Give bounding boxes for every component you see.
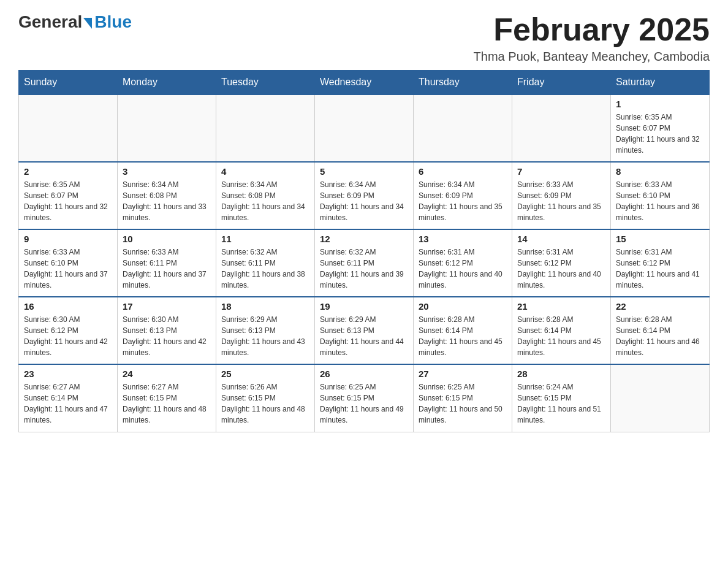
day-info: Sunrise: 6:35 AMSunset: 6:07 PMDaylight:…	[24, 179, 112, 223]
calendar-week-1: 1Sunrise: 6:35 AMSunset: 6:07 PMDaylight…	[19, 94, 710, 162]
day-number: 23	[24, 369, 112, 379]
calendar-header-row: SundayMondayTuesdayWednesdayThursdayFrid…	[19, 71, 710, 95]
sunset-text: Sunset: 6:13 PM	[320, 325, 408, 336]
calendar-cell	[19, 94, 118, 162]
daylight-text: Daylight: 11 hours and 44 minutes.	[320, 336, 408, 358]
daylight-text: Daylight: 11 hours and 45 minutes.	[517, 336, 605, 358]
calendar-cell	[315, 94, 414, 162]
sunrise-text: Sunrise: 6:28 AM	[419, 314, 507, 325]
day-info: Sunrise: 6:28 AMSunset: 6:14 PMDaylight:…	[517, 314, 605, 358]
day-info: Sunrise: 6:27 AMSunset: 6:15 PMDaylight:…	[123, 381, 211, 426]
daylight-text: Daylight: 11 hours and 42 minutes.	[24, 336, 112, 358]
day-info: Sunrise: 6:34 AMSunset: 6:08 PMDaylight:…	[123, 179, 211, 223]
calendar-cell: 11Sunrise: 6:32 AMSunset: 6:11 PMDayligh…	[216, 229, 315, 297]
daylight-text: Daylight: 11 hours and 50 minutes.	[419, 404, 507, 426]
sunrise-text: Sunrise: 6:27 AM	[123, 381, 211, 393]
calendar-cell: 12Sunrise: 6:32 AMSunset: 6:11 PMDayligh…	[315, 229, 414, 297]
location-subtitle: Thma Puok, Banteay Meanchey, Cambodia	[474, 50, 710, 64]
day-info: Sunrise: 6:32 AMSunset: 6:11 PMDaylight:…	[320, 247, 408, 291]
calendar-cell: 27Sunrise: 6:25 AMSunset: 6:15 PMDayligh…	[414, 364, 512, 432]
sunrise-text: Sunrise: 6:32 AM	[320, 247, 408, 258]
sunset-text: Sunset: 6:15 PM	[221, 393, 309, 404]
day-number: 2	[24, 166, 112, 177]
day-number: 6	[419, 166, 507, 177]
daylight-text: Daylight: 11 hours and 41 minutes.	[616, 269, 704, 291]
calendar-cell: 28Sunrise: 6:24 AMSunset: 6:15 PMDayligh…	[512, 364, 611, 432]
daylight-text: Daylight: 11 hours and 40 minutes.	[517, 269, 605, 291]
calendar-week-4: 16Sunrise: 6:30 AMSunset: 6:12 PMDayligh…	[19, 297, 710, 364]
day-info: Sunrise: 6:26 AMSunset: 6:15 PMDaylight:…	[221, 381, 309, 426]
calendar-cell: 15Sunrise: 6:31 AMSunset: 6:12 PMDayligh…	[611, 229, 710, 297]
calendar-cell: 7Sunrise: 6:33 AMSunset: 6:09 PMDaylight…	[512, 162, 611, 229]
sunrise-text: Sunrise: 6:30 AM	[123, 314, 211, 325]
sunrise-text: Sunrise: 6:29 AM	[320, 314, 408, 325]
calendar-cell: 25Sunrise: 6:26 AMSunset: 6:15 PMDayligh…	[216, 364, 315, 432]
calendar-cell: 5Sunrise: 6:34 AMSunset: 6:09 PMDaylight…	[315, 162, 414, 229]
daylight-text: Daylight: 11 hours and 45 minutes.	[419, 336, 507, 358]
day-number: 8	[616, 166, 704, 177]
weekday-header-tuesday: Tuesday	[216, 71, 315, 95]
page-header: General Blue February 2025 Thma Puok, Ba…	[18, 12, 710, 64]
sunrise-text: Sunrise: 6:25 AM	[419, 381, 507, 393]
day-number: 18	[221, 301, 309, 312]
day-info: Sunrise: 6:25 AMSunset: 6:15 PMDaylight:…	[419, 381, 507, 426]
sunset-text: Sunset: 6:10 PM	[24, 258, 112, 269]
calendar-cell	[118, 94, 216, 162]
calendar-cell: 26Sunrise: 6:25 AMSunset: 6:15 PMDayligh…	[315, 364, 414, 432]
sunset-text: Sunset: 6:12 PM	[616, 258, 704, 269]
calendar-week-2: 2Sunrise: 6:35 AMSunset: 6:07 PMDaylight…	[19, 162, 710, 229]
daylight-text: Daylight: 11 hours and 46 minutes.	[616, 336, 704, 358]
calendar-cell: 17Sunrise: 6:30 AMSunset: 6:13 PMDayligh…	[118, 297, 216, 364]
month-title: February 2025	[474, 12, 710, 47]
day-number: 27	[419, 369, 507, 379]
sunrise-text: Sunrise: 6:25 AM	[320, 381, 408, 393]
daylight-text: Daylight: 11 hours and 38 minutes.	[221, 269, 309, 291]
daylight-text: Daylight: 11 hours and 51 minutes.	[517, 404, 605, 426]
sunset-text: Sunset: 6:12 PM	[24, 325, 112, 336]
calendar-cell: 8Sunrise: 6:33 AMSunset: 6:10 PMDaylight…	[611, 162, 710, 229]
sunrise-text: Sunrise: 6:35 AM	[24, 179, 112, 190]
day-info: Sunrise: 6:33 AMSunset: 6:10 PMDaylight:…	[616, 179, 704, 223]
daylight-text: Daylight: 11 hours and 47 minutes.	[24, 404, 112, 426]
calendar-cell: 20Sunrise: 6:28 AMSunset: 6:14 PMDayligh…	[414, 297, 512, 364]
sunset-text: Sunset: 6:13 PM	[123, 325, 211, 336]
day-info: Sunrise: 6:31 AMSunset: 6:12 PMDaylight:…	[616, 247, 704, 291]
sunrise-text: Sunrise: 6:31 AM	[517, 247, 605, 258]
day-info: Sunrise: 6:32 AMSunset: 6:11 PMDaylight:…	[221, 247, 309, 291]
day-number: 1	[616, 99, 704, 109]
day-number: 7	[517, 166, 605, 177]
day-number: 4	[221, 166, 309, 177]
calendar-cell: 22Sunrise: 6:28 AMSunset: 6:14 PMDayligh…	[611, 297, 710, 364]
daylight-text: Daylight: 11 hours and 32 minutes.	[24, 201, 112, 223]
day-info: Sunrise: 6:33 AMSunset: 6:11 PMDaylight:…	[123, 247, 211, 291]
day-info: Sunrise: 6:34 AMSunset: 6:08 PMDaylight:…	[221, 179, 309, 223]
day-info: Sunrise: 6:25 AMSunset: 6:15 PMDaylight:…	[320, 381, 408, 426]
daylight-text: Daylight: 11 hours and 34 minutes.	[320, 201, 408, 223]
daylight-text: Daylight: 11 hours and 32 minutes.	[616, 134, 704, 156]
sunset-text: Sunset: 6:08 PM	[221, 190, 309, 201]
sunrise-text: Sunrise: 6:28 AM	[616, 314, 704, 325]
day-info: Sunrise: 6:34 AMSunset: 6:09 PMDaylight:…	[419, 179, 507, 223]
calendar-cell: 9Sunrise: 6:33 AMSunset: 6:10 PMDaylight…	[19, 229, 118, 297]
day-info: Sunrise: 6:29 AMSunset: 6:13 PMDaylight:…	[221, 314, 309, 358]
sunset-text: Sunset: 6:15 PM	[419, 393, 507, 404]
calendar-week-5: 23Sunrise: 6:27 AMSunset: 6:14 PMDayligh…	[19, 364, 710, 432]
sunrise-text: Sunrise: 6:31 AM	[419, 247, 507, 258]
calendar-cell	[512, 94, 611, 162]
calendar-cell	[611, 364, 710, 432]
sunset-text: Sunset: 6:07 PM	[24, 190, 112, 201]
sunset-text: Sunset: 6:08 PM	[123, 190, 211, 201]
sunset-text: Sunset: 6:07 PM	[616, 123, 704, 134]
sunset-text: Sunset: 6:14 PM	[419, 325, 507, 336]
calendar-cell	[216, 94, 315, 162]
day-number: 21	[517, 301, 605, 312]
sunset-text: Sunset: 6:10 PM	[616, 190, 704, 201]
sunset-text: Sunset: 6:09 PM	[517, 190, 605, 201]
calendar-week-3: 9Sunrise: 6:33 AMSunset: 6:10 PMDaylight…	[19, 229, 710, 297]
weekday-header-saturday: Saturday	[611, 71, 710, 95]
daylight-text: Daylight: 11 hours and 37 minutes.	[24, 269, 112, 291]
daylight-text: Daylight: 11 hours and 35 minutes.	[517, 201, 605, 223]
day-info: Sunrise: 6:24 AMSunset: 6:15 PMDaylight:…	[517, 381, 605, 426]
calendar-cell: 3Sunrise: 6:34 AMSunset: 6:08 PMDaylight…	[118, 162, 216, 229]
sunrise-text: Sunrise: 6:33 AM	[123, 247, 211, 258]
